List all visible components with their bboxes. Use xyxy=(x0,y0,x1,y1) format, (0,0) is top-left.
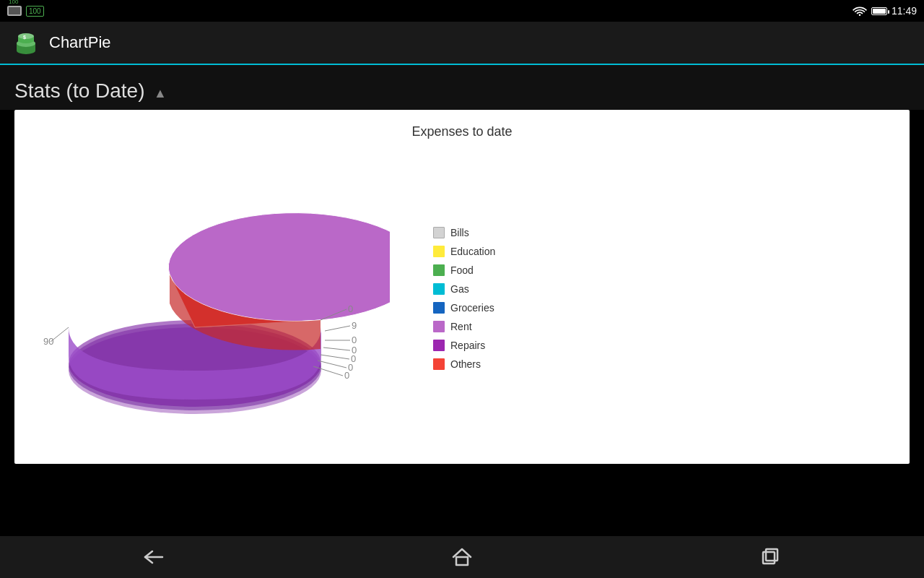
legend-label-food: Food xyxy=(450,264,474,276)
app-title: ChartPie xyxy=(49,33,111,52)
svg-text:9: 9 xyxy=(352,320,357,331)
home-button[interactable] xyxy=(440,543,484,571)
legend-item-bills: Bills xyxy=(433,227,495,238)
legend-item-food: Food xyxy=(433,264,495,276)
app-bar: $ ChartPie xyxy=(0,22,924,65)
recents-button[interactable] xyxy=(749,543,792,571)
legend-item-groceries: Groceries xyxy=(433,302,495,314)
battery-percent-icon: 100 xyxy=(26,6,44,17)
chart-legend: Bills Education Food Gas Groceries Rent xyxy=(433,227,495,370)
svg-line-12 xyxy=(325,326,350,331)
wifi-icon xyxy=(853,5,867,17)
legend-color-rent xyxy=(433,321,445,332)
svg-line-18 xyxy=(321,355,349,359)
page-title-area: Stats (to Date) ▲ xyxy=(0,65,924,110)
chart-area: 0 9 0 0 0 0 0 90 xyxy=(29,147,895,450)
svg-rect-29 xyxy=(766,549,777,561)
status-left-icons: 100 xyxy=(7,6,44,17)
recents-icon xyxy=(760,548,780,566)
legend-label-rent: Rent xyxy=(450,321,472,332)
legend-label-repairs: Repairs xyxy=(450,340,485,351)
home-icon xyxy=(452,548,472,566)
legend-label-gas: Gas xyxy=(450,283,469,295)
svg-text:0: 0 xyxy=(352,335,357,345)
legend-color-others xyxy=(433,358,445,370)
legend-item-repairs: Repairs xyxy=(433,340,495,351)
svg-text:0: 0 xyxy=(348,303,353,314)
svg-point-5 xyxy=(18,33,34,39)
back-button[interactable] xyxy=(132,543,175,571)
chart-container: Expenses to date xyxy=(14,110,910,464)
page-title: Stats (to Date) xyxy=(14,79,145,102)
legend-item-others: Others xyxy=(433,358,495,370)
app-icon: $ xyxy=(12,28,40,57)
legend-color-bills xyxy=(433,227,445,238)
svg-text:$: $ xyxy=(23,35,26,40)
status-bar: 100 11:49 xyxy=(0,0,924,22)
legend-item-rent: Rent xyxy=(433,321,495,332)
svg-rect-27 xyxy=(456,557,468,565)
screen-icon xyxy=(7,6,22,16)
legend-item-gas: Gas xyxy=(433,283,495,295)
legend-color-repairs xyxy=(433,340,445,351)
legend-label-bills: Bills xyxy=(450,227,469,238)
svg-text:90: 90 xyxy=(43,336,53,347)
page-title-arrow: ▲ xyxy=(154,86,167,100)
battery-icon xyxy=(871,7,887,15)
legend-label-others: Others xyxy=(450,358,481,370)
svg-line-16 xyxy=(323,348,350,350)
svg-rect-28 xyxy=(763,552,775,564)
time-display: 11:49 xyxy=(892,5,917,17)
legend-color-food xyxy=(433,264,445,276)
legend-item-education: Education xyxy=(433,246,495,257)
svg-text:0: 0 xyxy=(344,370,349,381)
legend-color-groceries xyxy=(433,302,445,314)
legend-color-education xyxy=(433,246,445,257)
status-right-icons: 11:49 xyxy=(853,5,917,17)
app-logo-icon: $ xyxy=(12,29,40,56)
svg-line-20 xyxy=(318,361,346,368)
legend-label-education: Education xyxy=(450,246,495,257)
chart-title: Expenses to date xyxy=(29,124,895,139)
pie-chart-svg: 0 9 0 0 0 0 0 90 xyxy=(43,161,390,436)
legend-label-groceries: Groceries xyxy=(450,302,494,314)
bottom-nav xyxy=(0,536,924,578)
back-arrow-icon xyxy=(142,548,165,566)
legend-color-gas xyxy=(433,283,445,295)
